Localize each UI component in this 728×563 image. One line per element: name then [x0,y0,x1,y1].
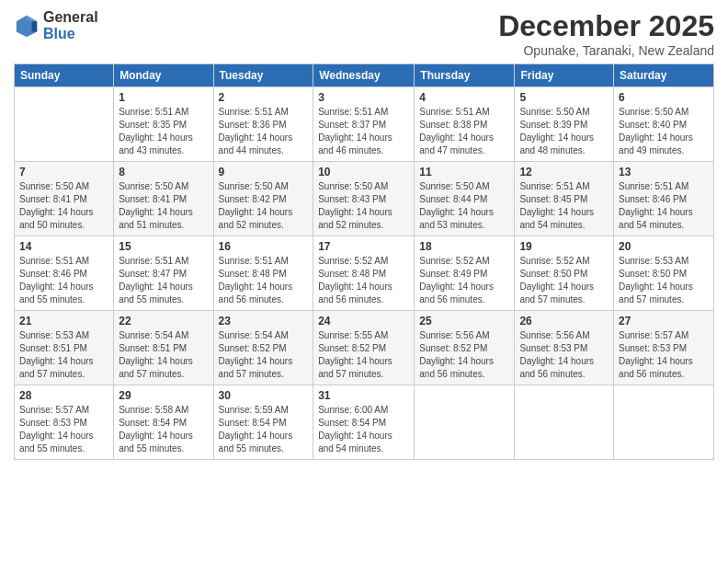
table-row: 26 Sunrise: 5:56 AM Sunset: 8:53 PM Dayl… [515,311,614,385]
day-info: Sunrise: 5:59 AM Sunset: 8:54 PM Dayligh… [219,404,309,455]
table-row: 5 Sunrise: 5:50 AM Sunset: 8:39 PM Dayli… [515,87,614,162]
day-info: Sunrise: 5:56 AM Sunset: 8:53 PM Dayligh… [519,329,609,381]
day-number: 21 [19,315,108,327]
table-row: 15 Sunrise: 5:51 AM Sunset: 8:47 PM Dayl… [114,236,213,311]
daylight-text: Daylight: 14 hours and 54 minutes. [519,207,594,230]
table-row: 29 Sunrise: 5:58 AM Sunset: 8:54 PM Dayl… [114,385,213,460]
table-row: 19 Sunrise: 5:52 AM Sunset: 8:50 PM Dayl… [515,236,614,311]
table-row: 8 Sunrise: 5:50 AM Sunset: 8:41 PM Dayli… [114,162,213,236]
daylight-text: Daylight: 14 hours and 43 minutes. [119,132,193,155]
daylight-text: Daylight: 14 hours and 56 minutes. [318,282,392,304]
sunset-text: Sunset: 8:52 PM [219,343,287,353]
day-number: 31 [318,389,409,402]
calendar-week-2: 7 Sunrise: 5:50 AM Sunset: 8:41 PM Dayli… [15,162,714,236]
calendar-header-row: Sunday Monday Tuesday Wednesday Thursday… [15,64,714,87]
calendar-week-3: 14 Sunrise: 5:51 AM Sunset: 8:46 PM Dayl… [15,236,714,311]
sunrise-text: Sunrise: 5:52 AM [419,256,489,266]
day-info: Sunrise: 5:53 AM Sunset: 8:50 PM Dayligh… [619,255,709,306]
table-row: 18 Sunrise: 5:52 AM Sunset: 8:49 PM Dayl… [415,236,515,311]
day-number: 26 [519,315,609,327]
sunrise-text: Sunrise: 5:54 AM [119,330,188,340]
sunset-text: Sunset: 8:37 PM [318,120,386,130]
day-number: 12 [519,166,609,178]
table-row: 30 Sunrise: 5:59 AM Sunset: 8:54 PM Dayl… [213,385,313,460]
day-number: 25 [419,315,509,327]
day-number: 2 [219,91,309,104]
table-row: 28 Sunrise: 5:57 AM Sunset: 8:53 PM Dayl… [15,385,114,460]
sunrise-text: Sunrise: 5:50 AM [219,181,289,191]
day-number: 20 [619,240,709,253]
logo: General Blue [14,9,98,42]
day-info: Sunrise: 5:55 AM Sunset: 8:52 PM Dayligh… [318,329,409,381]
day-info: Sunrise: 5:54 AM Sunset: 8:51 PM Dayligh… [119,329,208,381]
table-row [415,385,515,460]
day-number: 8 [119,166,208,178]
daylight-text: Daylight: 14 hours and 57 minutes. [519,282,594,304]
sunrise-text: Sunrise: 5:56 AM [419,330,489,340]
daylight-text: Daylight: 14 hours and 51 minutes. [119,207,193,230]
daylight-text: Daylight: 14 hours and 56 minutes. [419,356,494,379]
sunrise-text: Sunrise: 5:51 AM [519,181,589,191]
table-row: 2 Sunrise: 5:51 AM Sunset: 8:36 PM Dayli… [213,87,313,162]
sunrise-text: Sunrise: 5:50 AM [318,181,388,191]
day-info: Sunrise: 5:50 AM Sunset: 8:44 PM Dayligh… [419,180,509,232]
table-row [15,87,114,162]
daylight-text: Daylight: 14 hours and 57 minutes. [19,356,94,379]
day-info: Sunrise: 5:57 AM Sunset: 8:53 PM Dayligh… [19,404,108,455]
day-number: 27 [619,315,709,327]
sunrise-text: Sunrise: 5:58 AM [119,405,188,415]
day-number: 18 [419,240,509,253]
daylight-text: Daylight: 14 hours and 54 minutes. [318,431,392,454]
col-saturday: Saturday [614,64,714,87]
daylight-text: Daylight: 14 hours and 55 minutes. [19,431,94,454]
daylight-text: Daylight: 14 hours and 56 minutes. [219,282,293,304]
sunrise-text: Sunrise: 5:51 AM [19,256,89,266]
table-row: 13 Sunrise: 5:51 AM Sunset: 8:46 PM Dayl… [614,162,714,236]
day-number: 4 [419,91,509,104]
day-info: Sunrise: 5:52 AM Sunset: 8:49 PM Dayligh… [419,255,509,306]
sunset-text: Sunset: 8:53 PM [19,418,87,428]
sunrise-text: Sunrise: 5:51 AM [619,181,688,191]
day-info: Sunrise: 5:56 AM Sunset: 8:52 PM Dayligh… [419,329,509,381]
sunset-text: Sunset: 8:46 PM [19,269,87,279]
sunrise-text: Sunrise: 5:52 AM [519,256,589,266]
daylight-text: Daylight: 14 hours and 57 minutes. [119,356,193,379]
sunset-text: Sunset: 8:40 PM [619,120,687,130]
sunset-text: Sunset: 8:50 PM [619,269,687,279]
table-row: 14 Sunrise: 5:51 AM Sunset: 8:46 PM Dayl… [15,236,114,311]
day-number: 9 [219,166,309,178]
sunset-text: Sunset: 8:52 PM [419,343,487,353]
day-info: Sunrise: 6:00 AM Sunset: 8:54 PM Dayligh… [318,404,409,455]
sunrise-text: Sunrise: 5:56 AM [519,330,589,340]
day-info: Sunrise: 5:50 AM Sunset: 8:40 PM Dayligh… [619,106,709,157]
daylight-text: Daylight: 14 hours and 56 minutes. [519,356,594,379]
calendar-table: Sunday Monday Tuesday Wednesday Thursday… [14,63,714,460]
col-friday: Friday [515,64,614,87]
day-info: Sunrise: 5:50 AM Sunset: 8:42 PM Dayligh… [219,180,309,232]
sunrise-text: Sunrise: 5:51 AM [419,107,489,117]
day-info: Sunrise: 5:51 AM Sunset: 8:37 PM Dayligh… [318,106,409,157]
day-info: Sunrise: 5:51 AM Sunset: 8:46 PM Dayligh… [619,180,709,232]
daylight-text: Daylight: 14 hours and 55 minutes. [119,282,193,304]
logo-icon [14,13,40,39]
sunrise-text: Sunrise: 5:51 AM [318,107,388,117]
day-number: 10 [318,166,409,178]
day-info: Sunrise: 5:50 AM Sunset: 8:41 PM Dayligh… [119,180,208,232]
table-row: 16 Sunrise: 5:51 AM Sunset: 8:48 PM Dayl… [213,236,313,311]
sunrise-text: Sunrise: 5:57 AM [619,330,688,340]
table-row: 7 Sunrise: 5:50 AM Sunset: 8:41 PM Dayli… [15,162,114,236]
day-number: 15 [119,240,208,253]
sunset-text: Sunset: 8:44 PM [419,194,487,204]
table-row [614,385,714,460]
sunset-text: Sunset: 8:50 PM [519,269,587,279]
sunrise-text: Sunrise: 5:50 AM [19,181,89,191]
day-info: Sunrise: 5:57 AM Sunset: 8:53 PM Dayligh… [619,329,709,381]
day-number: 6 [619,91,709,104]
day-number: 28 [19,389,108,402]
daylight-text: Daylight: 14 hours and 57 minutes. [219,356,293,379]
sunrise-text: Sunrise: 5:59 AM [219,405,289,415]
day-number: 1 [119,91,208,104]
daylight-text: Daylight: 14 hours and 53 minutes. [419,207,494,230]
table-row [515,385,614,460]
table-row: 1 Sunrise: 5:51 AM Sunset: 8:35 PM Dayli… [114,87,213,162]
